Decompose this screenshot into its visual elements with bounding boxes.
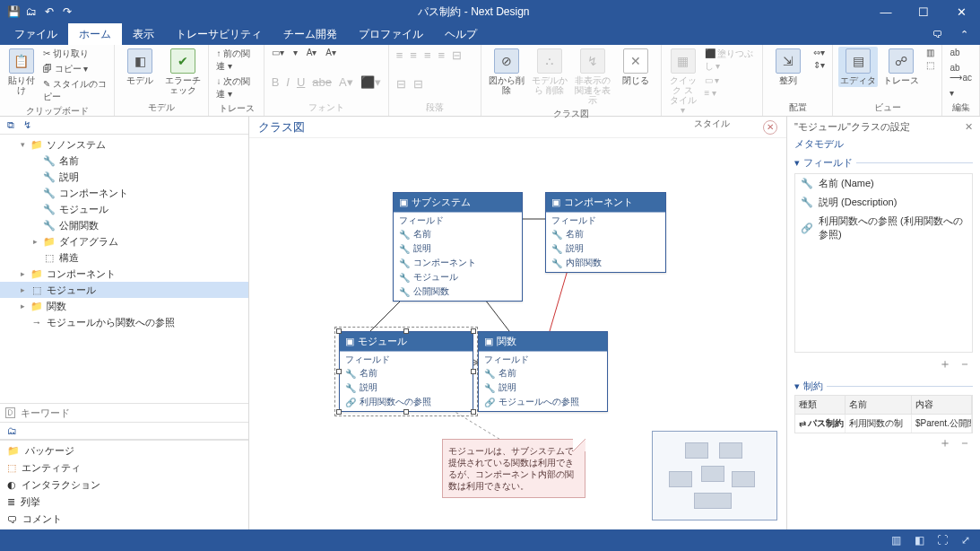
- tree-item[interactable]: 🔧公開関数: [0, 217, 248, 233]
- tab-help[interactable]: ヘルプ: [434, 23, 488, 45]
- close-button[interactable]: ✕: [942, 0, 980, 23]
- tree-item[interactable]: 🔧コンポーネント: [0, 185, 248, 201]
- status-icon-4[interactable]: ⤢: [957, 532, 975, 548]
- tree-item[interactable]: 🔧名前: [0, 153, 248, 169]
- status-icon-3[interactable]: ⛶: [933, 532, 951, 548]
- constraint-body[interactable]: $Parent.公開関数: [912, 415, 972, 433]
- lp-tab1-icon[interactable]: ⧉: [7, 119, 14, 131]
- diagram-title: クラス図: [258, 119, 305, 136]
- class-icon: ▣: [551, 197, 560, 208]
- qat-undo-icon[interactable]: ↶: [41, 4, 57, 20]
- keyword-icon: 🄳: [5, 407, 15, 418]
- status-icon-1[interactable]: ▥: [887, 532, 905, 548]
- category-item[interactable]: ≣列挙: [0, 494, 248, 511]
- maximize-button[interactable]: ☐: [905, 0, 942, 23]
- next-relation-button[interactable]: ↓ 次の関連 ▾: [214, 74, 257, 101]
- trace-view-button[interactable]: ☍トレース: [881, 47, 921, 87]
- diagram-canvas[interactable]: ▣サブシステム フィールド 🔧 名前 🔧 説明 🔧 コンポーネント 🔧 モジュー…: [249, 138, 786, 529]
- class-subsystem[interactable]: ▣サブシステム フィールド 🔧 名前 🔧 説明 🔧 コンポーネント 🔧 モジュー…: [393, 192, 523, 302]
- align-h[interactable]: ⇔▾: [811, 47, 827, 58]
- add-field-button[interactable]: ＋: [939, 356, 951, 372]
- ribbon: 📋貼り付け ✂ 切り取り 🗐 コピー ▾ ✎ スタイルのコピー クリップボード …: [0, 45, 980, 117]
- edit-1[interactable]: ab: [948, 47, 961, 58]
- class-module[interactable]: ▣モジュール フィールド 🔧 名前 🔧 説明 🔗 利用関数への参照: [339, 331, 473, 412]
- tab-home[interactable]: ホーム: [68, 23, 122, 45]
- minimize-button[interactable]: —: [867, 0, 905, 23]
- editor-button[interactable]: ▤エディタ: [838, 47, 878, 87]
- field-item[interactable]: 🔗利用関数への参照 (利用関数への参照): [795, 212, 972, 244]
- tree-item[interactable]: →モジュールから関数への参照: [0, 314, 248, 330]
- qat-redo-icon[interactable]: ↷: [59, 4, 75, 20]
- paste-button[interactable]: 📋貼り付け: [5, 47, 38, 97]
- tree-item[interactable]: ▸⬚モジュール: [0, 282, 248, 298]
- remove-from-diagram-button[interactable]: ⊘図から削除: [487, 47, 526, 97]
- view-opt2[interactable]: ⬚: [924, 59, 936, 71]
- collapse-ribbon-icon[interactable]: ⌃: [951, 29, 976, 40]
- category-item[interactable]: 🗨コメント: [0, 511, 248, 528]
- status-bar: ▥ ◧ ⛶ ⤢: [0, 529, 980, 551]
- qat-new-icon[interactable]: 🗂: [23, 4, 39, 20]
- model-tree[interactable]: ▾📁ソノンステム🔧名前🔧説明🔧コンポーネント🔧モジュール🔧公開関数▸📁ダイアグラ…: [0, 135, 248, 403]
- add-constraint-button[interactable]: ＋: [939, 435, 951, 451]
- field-item[interactable]: 🔧説明 (Description): [795, 193, 972, 212]
- category-item[interactable]: ⬚エンティティ: [0, 459, 248, 477]
- tree-item[interactable]: ▸📁ダイアグラム: [0, 233, 248, 249]
- menu-bar: ファイル ホーム 表示 トレーサビリティ チーム開発 プロファイル ヘルプ 🗨 …: [0, 23, 980, 45]
- lp-tab2-icon[interactable]: ↯: [23, 119, 31, 131]
- search-input[interactable]: [19, 406, 243, 420]
- feedback-icon[interactable]: 🗨: [924, 29, 950, 39]
- tab-view[interactable]: 表示: [122, 23, 165, 45]
- show-hidden-button: ↯非表示の 関連を表示: [573, 47, 612, 107]
- explorer-panel: ⧉↯ ▾📁ソノンステム🔧名前🔧説明🔧コンポーネント🔧モジュール🔧公開関数▸📁ダイ…: [0, 117, 249, 529]
- copy-style-button[interactable]: ✎ スタイルのコピー: [41, 77, 109, 104]
- class-component[interactable]: ▣コンポーネント フィールド 🔧 名前 🔧 説明 🔧 内部関数: [545, 192, 666, 273]
- category-item[interactable]: 📁パッケージ: [0, 442, 248, 459]
- tab-team[interactable]: チーム開発: [273, 23, 348, 45]
- group-edit-label: 編集: [948, 101, 974, 116]
- tree-item[interactable]: 🔧説明: [0, 169, 248, 185]
- minimap[interactable]: [652, 431, 777, 520]
- group-model-label: モデル: [120, 101, 203, 116]
- tab-trace[interactable]: トレーサビリティ: [165, 23, 273, 45]
- tab-file[interactable]: ファイル: [4, 23, 68, 45]
- tree-item[interactable]: ▸📁関数: [0, 298, 248, 314]
- category-item[interactable]: ◐インタラクション: [0, 477, 248, 494]
- align-v[interactable]: ⇕▾: [811, 59, 827, 71]
- error-check-button[interactable]: ✔エラーチェック: [163, 47, 203, 97]
- category-list: 📁パッケージ⬚エンティティ◐インタラクション≣列挙🗨コメント: [0, 440, 248, 529]
- tree-item[interactable]: 🔧モジュール: [0, 201, 248, 217]
- class-icon: ▣: [399, 197, 408, 208]
- remove-field-button[interactable]: －: [958, 356, 971, 372]
- diagram-note[interactable]: モジュールは、サブシステムで提供されている関数は利用できるが、コンポーネント内部…: [442, 439, 585, 498]
- class-function[interactable]: ▣関数 フィールド 🔧 名前 🔧 説明 🔗 モジュールへの参照: [478, 331, 608, 412]
- status-icon-2[interactable]: ◧: [910, 532, 928, 548]
- fields-list[interactable]: 🔧名前 (Name)🔧説明 (Description)🔗利用関数への参照 (利用…: [794, 173, 973, 353]
- diagram-close-icon[interactable]: ✕: [763, 120, 777, 135]
- constraints-table[interactable]: 種類名前内容 ⇄ パス制約 ↖ 利用関数の制 $Parent.公開関数: [794, 395, 973, 433]
- panel-close-icon[interactable]: ✕: [965, 121, 973, 133]
- view-opt1[interactable]: ▥: [924, 47, 936, 58]
- delete-from-model-button: ⛬モデルから 削除: [530, 47, 569, 97]
- panel-tab-metamodel[interactable]: メタモデル: [794, 138, 844, 149]
- align-button[interactable]: ⇲整列: [768, 47, 808, 87]
- qat-save-icon[interactable]: 💾: [5, 4, 22, 20]
- edit-2[interactable]: ab⟶ac: [948, 62, 974, 83]
- constraint-kind[interactable]: ⇄ パス制約 ↖: [795, 415, 846, 433]
- field-item[interactable]: 🔧名前 (Name): [795, 174, 972, 193]
- group-trace-label: トレース: [214, 101, 257, 117]
- edit-3[interactable]: ▾: [948, 87, 956, 99]
- constraint-name[interactable]: 利用関数の制: [846, 415, 912, 433]
- tab-profile[interactable]: プロファイル: [348, 23, 434, 45]
- model-button[interactable]: ◧モデル: [120, 47, 160, 87]
- prev-relation-button[interactable]: ↑ 前の関連 ▾: [214, 47, 257, 74]
- copy-button[interactable]: 🗐 コピー ▾: [41, 62, 109, 76]
- tree-item[interactable]: ⬚構造: [0, 249, 248, 266]
- tree-item[interactable]: ▸📁コンポーネント: [0, 266, 248, 282]
- tree-item[interactable]: ▾📁ソノンステム: [0, 136, 248, 153]
- cat-tab-icon[interactable]: 🗂: [7, 425, 17, 436]
- title-bar: 💾 🗂 ↶ ↷ パス制約 - Next Design — ☐ ✕: [0, 0, 980, 23]
- fill-button: ⬛ 塗りつぶし ▾: [703, 47, 758, 74]
- close-diagram-button[interactable]: ✕閉じる: [616, 47, 655, 87]
- remove-constraint-button[interactable]: －: [958, 435, 971, 451]
- cut-button[interactable]: ✂ 切り取り: [41, 47, 109, 61]
